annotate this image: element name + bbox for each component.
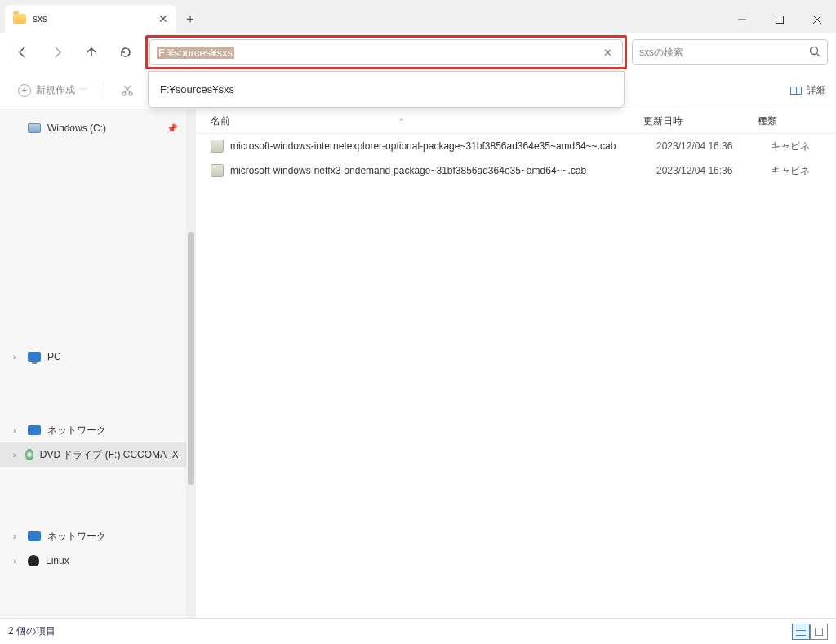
sidebar-label: ネットワーク — [47, 424, 106, 437]
main-area: › Windows (C:) 📌 › PC › ネットワーク › DVD ドライ… — [0, 109, 836, 618]
file-name: microsoft-windows-internetexplorer-optio… — [230, 140, 656, 152]
network-icon — [28, 531, 41, 541]
new-button[interactable]: + 新規作成 ﹀ — [10, 78, 96, 102]
linux-icon — [28, 555, 39, 566]
separator — [104, 82, 104, 100]
chevron-icon[interactable]: › — [13, 353, 21, 362]
address-suggestions: F:¥sources¥sxs — [148, 71, 625, 108]
address-highlight: F:¥sources¥sxs ✕ — [145, 35, 627, 69]
sort-indicator-icon: ⌃ — [398, 118, 405, 126]
drive-icon — [28, 123, 41, 133]
sidebar-label: ネットワーク — [47, 530, 106, 544]
file-date: 2023/12/04 16:36 — [656, 140, 771, 152]
sidebar-label: Windows (C:) — [47, 122, 106, 134]
toolbar: F:¥sources¥sxs ✕ F:¥sources¥sxs sxsの検索 — [0, 33, 836, 72]
address-bar[interactable]: F:¥sources¥sxs ✕ — [149, 39, 623, 65]
sidebar-item-network-2[interactable]: › ネットワーク — [0, 524, 186, 549]
svg-point-6 — [122, 92, 126, 95]
search-box[interactable]: sxsの検索 — [632, 39, 828, 65]
pin-icon[interactable]: 📌 — [167, 123, 178, 134]
cab-file-icon — [211, 164, 224, 177]
tab-title: sxs — [33, 13, 152, 24]
column-name[interactable]: 名前 ⌃ — [211, 114, 643, 128]
svg-line-5 — [817, 53, 820, 56]
window-controls — [723, 7, 836, 33]
titlebar: sxs ✕ ＋ — [0, 0, 836, 33]
chevron-icon[interactable]: › — [13, 451, 19, 460]
sidebar-label: Linux — [46, 555, 69, 566]
sidebar: › Windows (C:) 📌 › PC › ネットワーク › DVD ドライ… — [0, 109, 186, 618]
dvd-icon — [25, 449, 33, 460]
refresh-button[interactable] — [111, 38, 140, 67]
view-large-button[interactable] — [810, 624, 828, 640]
details-label: 詳細 — [807, 83, 826, 97]
file-row[interactable]: microsoft-windows-netfx3-ondemand-packag… — [186, 158, 836, 183]
address-bar-wrap: F:¥sources¥sxs ✕ F:¥sources¥sxs — [145, 35, 627, 69]
search-placeholder: sxsの検索 — [639, 46, 683, 60]
column-name-label: 名前 — [211, 114, 230, 128]
details-icon — [790, 87, 802, 95]
column-headers: 名前 ⌃ 更新日時 種類 — [186, 109, 836, 134]
column-type[interactable]: 種類 — [758, 114, 823, 128]
file-row[interactable]: microsoft-windows-internetexplorer-optio… — [186, 134, 836, 158]
file-type: キャビネ — [771, 140, 836, 153]
view-details-button[interactable] — [792, 624, 810, 640]
new-label: 新規作成 — [36, 83, 75, 97]
status-bar: 2 個の項目 — [0, 618, 836, 644]
svg-point-4 — [811, 47, 818, 54]
scrollbar-track[interactable] — [186, 109, 196, 618]
address-text[interactable]: F:¥sources¥sxs — [157, 47, 234, 59]
up-button[interactable] — [77, 38, 106, 67]
svg-point-7 — [129, 92, 132, 95]
cut-button[interactable] — [113, 79, 142, 102]
svg-line-8 — [125, 86, 131, 92]
status-count: 2 個の項目 — [8, 624, 56, 638]
minimize-button[interactable] — [723, 7, 761, 33]
search-icon[interactable] — [809, 46, 820, 60]
file-name: microsoft-windows-netfx3-ondemand-packag… — [230, 165, 656, 176]
forward-button[interactable] — [42, 38, 72, 67]
sidebar-item-network[interactable]: › ネットワーク — [0, 418, 186, 442]
file-date: 2023/12/04 16:36 — [656, 165, 771, 176]
column-date[interactable]: 更新日時 — [643, 114, 758, 128]
sidebar-label: PC — [47, 351, 61, 362]
svg-rect-1 — [776, 16, 784, 24]
view-toggle — [792, 624, 828, 640]
chevron-icon[interactable]: › — [13, 557, 21, 566]
plus-circle-icon: + — [18, 84, 31, 97]
svg-line-9 — [124, 86, 130, 92]
sidebar-item-linux[interactable]: › Linux — [0, 549, 186, 573]
file-type: キャビネ — [771, 164, 836, 178]
sidebar-item-windows-c[interactable]: › Windows (C:) 📌 — [0, 116, 186, 140]
network-icon — [28, 425, 41, 435]
close-icon[interactable]: ✕ — [158, 12, 168, 25]
chevron-down-icon: ﹀ — [80, 85, 87, 95]
back-button[interactable] — [8, 38, 38, 67]
file-pane: 名前 ⌃ 更新日時 種類 microsoft-windows-internete… — [186, 109, 836, 618]
chevron-icon[interactable]: › — [13, 426, 21, 435]
suggestion-item[interactable]: F:¥sources¥sxs — [149, 78, 624, 100]
pc-icon — [28, 352, 41, 362]
close-button[interactable] — [798, 7, 836, 33]
cab-file-icon — [211, 140, 224, 153]
maximize-button[interactable] — [761, 7, 798, 33]
chevron-icon[interactable]: › — [13, 532, 21, 541]
new-tab-button[interactable]: ＋ — [176, 5, 204, 33]
details-button[interactable]: 詳細 — [790, 83, 826, 97]
folder-icon — [13, 14, 26, 24]
sidebar-item-dvd[interactable]: › DVD ドライブ (F:) CCCOMA_X64FRE_JA-JP_ — [0, 442, 186, 467]
sidebar-label: DVD ドライブ (F:) CCCOMA_X64FRE_JA-JP_ — [40, 448, 178, 462]
clear-address-icon[interactable]: ✕ — [600, 47, 616, 59]
tab-current[interactable]: sxs ✕ — [5, 5, 176, 33]
scrollbar-thumb[interactable] — [188, 232, 194, 485]
sidebar-item-pc[interactable]: › PC — [0, 344, 186, 369]
